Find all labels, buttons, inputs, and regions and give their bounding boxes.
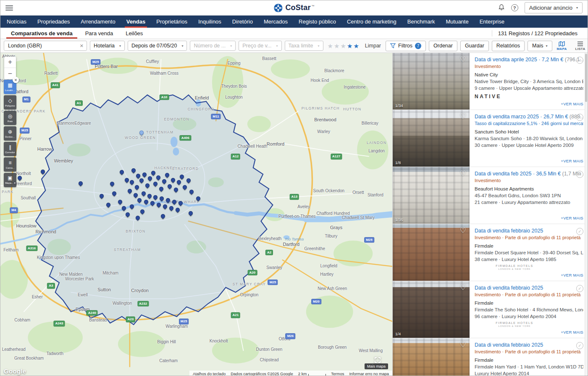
property-pin[interactable] <box>171 198 177 204</box>
property-pin[interactable] <box>152 181 158 187</box>
map-tool-raio[interactable]: ◎Raio <box>4 111 16 125</box>
menu-icon[interactable] <box>5 5 13 10</box>
property-photo[interactable]: ♡1/35 <box>393 167 470 224</box>
property-card[interactable]: ♡1/8Data di vendita marzo 2025 · 26,7 Ml… <box>393 110 588 167</box>
sort-button[interactable]: Ordenar <box>429 41 457 51</box>
map-tool-cama[interactable]: ≡Cama... <box>4 157 16 172</box>
scrollbar-thumb[interactable] <box>585 54 587 102</box>
property-pin[interactable] <box>134 215 140 221</box>
property-pin[interactable] <box>99 193 105 199</box>
property-pin[interactable] <box>162 204 168 209</box>
ver-mais-link[interactable]: +VER MAIS <box>561 159 583 163</box>
clear-search-icon[interactable]: ✕ <box>80 43 84 49</box>
property-card[interactable]: ♡Data di vendita febbraio 2025Investimen… <box>393 224 588 281</box>
nav-item-centro-de-marketing[interactable]: Centro de marketing <box>341 16 402 28</box>
property-pin[interactable] <box>159 196 165 201</box>
subtab-leil-es[interactable]: Leilões <box>119 28 149 39</box>
location-search-input[interactable] <box>7 42 78 49</box>
favorite-heart-icon[interactable]: ♡ <box>460 340 466 349</box>
favorite-heart-icon[interactable]: ♡ <box>460 226 466 235</box>
property-photo[interactable]: ♡1/8 <box>393 110 470 167</box>
ver-mais-link[interactable]: +VER MAIS <box>561 273 583 277</box>
property-pin[interactable] <box>165 197 171 203</box>
property-photo[interactable]: ♡1/34 <box>393 53 470 110</box>
selected-check-icon[interactable]: ✓ <box>576 57 583 64</box>
deselect-tool-icon[interactable]: ✕ <box>13 77 19 83</box>
map-tool-mapa[interactable]: ▣Mapa... ▾ <box>4 173 16 187</box>
property-photo[interactable]: ♡ <box>393 338 470 376</box>
property-pin[interactable] <box>140 191 146 196</box>
costar-logo[interactable]: CoStar ™ <box>273 3 314 13</box>
star-icon[interactable]: ★ <box>328 43 333 49</box>
property-pin[interactable] <box>187 210 193 216</box>
subtab-para-venda[interactable]: Para venda <box>79 28 120 39</box>
property-pin[interactable] <box>168 205 174 211</box>
add-listing-button[interactable]: Adicionar anúncio ▾ <box>525 2 583 13</box>
property-pin[interactable] <box>167 183 173 189</box>
property-pin[interactable] <box>136 197 142 203</box>
property-pin[interactable] <box>139 209 145 214</box>
property-pin[interactable] <box>144 183 150 188</box>
nav-item-enterprise[interactable]: Enterprise <box>474 16 510 28</box>
nav-item-not-cias[interactable]: Notícias <box>1 16 32 28</box>
property-card[interactable]: ♡1/35Data di vendita feb 2025 · 36,5 Mln… <box>393 167 588 224</box>
property-pin[interactable] <box>147 175 153 181</box>
property-pin[interactable] <box>117 198 123 204</box>
zoom-in-button[interactable]: + <box>4 57 16 68</box>
property-pin[interactable] <box>129 204 134 209</box>
property-pin[interactable] <box>164 172 170 178</box>
property-pin[interactable] <box>173 187 179 193</box>
property-pin[interactable] <box>195 196 201 201</box>
terms-link[interactable]: Termos <box>331 371 344 376</box>
filter-dropdown-taxa-limite[interactable]: Taxa limite▾ <box>285 41 323 51</box>
property-pin[interactable] <box>160 213 166 219</box>
property-pin[interactable] <box>189 189 194 195</box>
help-icon[interactable]: ? <box>511 4 518 11</box>
star-rating-filter[interactable]: ★★★★★ <box>326 43 360 49</box>
favorite-heart-icon[interactable]: ♡ <box>460 112 466 121</box>
property-pin[interactable] <box>78 180 84 186</box>
property-pin[interactable] <box>124 177 130 183</box>
view-toggle-lista[interactable]: LISTA <box>574 41 587 51</box>
property-pin[interactable] <box>158 186 164 192</box>
property-pin[interactable] <box>152 194 158 200</box>
more-button[interactable]: Mais ▾ <box>528 41 552 51</box>
property-pin[interactable] <box>150 170 156 176</box>
map-tool-corredor[interactable]: ∥Corredor <box>4 142 16 156</box>
property-pin[interactable] <box>133 192 139 198</box>
star-icon[interactable]: ★ <box>334 43 339 49</box>
property-pin[interactable] <box>111 191 117 196</box>
scrollbar[interactable] <box>585 53 588 376</box>
property-pin[interactable] <box>161 178 167 184</box>
selected-check-icon[interactable]: ✓ <box>576 342 583 349</box>
ver-mais-link[interactable]: +VER MAIS <box>561 102 583 106</box>
location-search[interactable]: ✕ <box>4 41 87 51</box>
property-pin[interactable] <box>179 174 185 180</box>
favorite-heart-icon[interactable]: ♡ <box>460 55 466 64</box>
nav-item-vendas[interactable]: Vendas <box>121 16 151 28</box>
property-pin[interactable] <box>134 184 140 190</box>
map-tool-desloc[interactable]: ⊕Desloc... <box>4 126 16 141</box>
star-icon-filled[interactable]: ★ <box>347 43 352 49</box>
property-pin[interactable] <box>143 198 149 204</box>
selected-check-icon[interactable]: ✓ <box>576 114 583 121</box>
report-map-error-link[interactable]: Informar erro no mapa <box>349 371 389 376</box>
property-pin[interactable] <box>131 167 136 173</box>
property-card[interactable]: ♡1/4Data di vendita febbraio 2025Investi… <box>393 281 588 338</box>
property-pin[interactable] <box>109 181 115 187</box>
map-tool-pol-gono[interactable]: ◇Polígono <box>4 95 16 110</box>
nav-item-mercados[interactable]: Mercados <box>258 16 293 28</box>
filter-dropdown-hotelaria[interactable]: Hotelaria▾ <box>90 41 125 51</box>
notifications-icon[interactable] <box>498 4 505 12</box>
sale-title-link[interactable]: Data di vendita aprile 2025 · 7,2 Mln € … <box>475 57 583 63</box>
property-pin[interactable] <box>170 177 176 183</box>
filter-dropdown-pre-o-de-v[interactable]: Preço de v...▾ <box>239 41 281 51</box>
nav-item-propriet-rios[interactable]: Proprietários <box>151 16 193 28</box>
nav-item-arrendamento[interactable]: Arrendamento <box>75 16 121 28</box>
property-pin[interactable] <box>125 212 131 217</box>
sale-title-link[interactable]: Data di vendita febbraio 2025 <box>475 285 583 291</box>
save-button[interactable]: Guardar <box>460 41 489 51</box>
nav-item-diret-rio[interactable]: Diretório <box>227 16 258 28</box>
nav-item-mutuante[interactable]: Mutuante <box>440 16 474 28</box>
property-pin[interactable] <box>181 184 187 190</box>
